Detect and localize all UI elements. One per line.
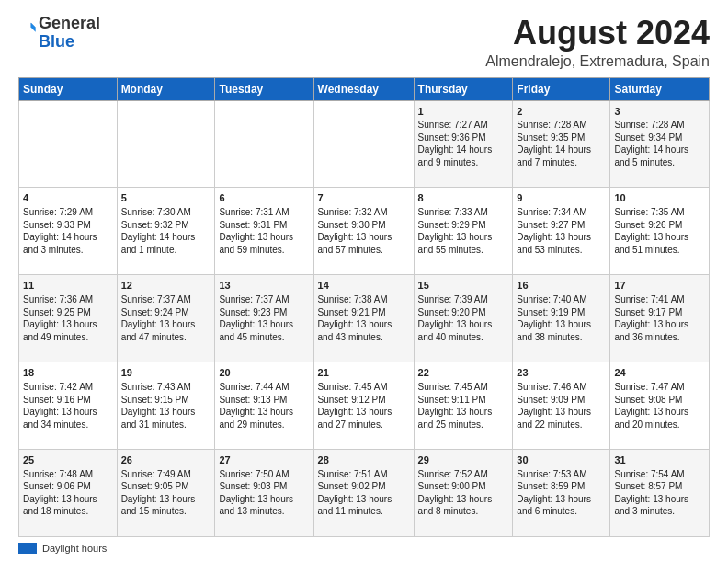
day-number: 17 [614, 279, 705, 293]
calendar-cell: 18Sunrise: 7:42 AMSunset: 9:16 PMDayligh… [19, 362, 118, 450]
subtitle: Almendralejo, Extremadura, Spain [485, 53, 710, 70]
day-number: 12 [121, 279, 211, 293]
calendar-cell: 27Sunrise: 7:50 AMSunset: 9:03 PMDayligh… [215, 450, 313, 537]
day-number: 9 [517, 191, 606, 205]
day-info-line: Sunset: 9:08 PM [614, 394, 705, 407]
day-info-line: and 40 minutes. [418, 331, 509, 344]
day-number: 21 [318, 366, 410, 380]
day-info-line: Daylight: 13 hours [318, 318, 410, 331]
day-info-line: Sunset: 8:57 PM [614, 480, 705, 493]
week-row-3: 11Sunrise: 7:36 AMSunset: 9:25 PMDayligh… [19, 275, 710, 362]
day-info-line: Sunrise: 7:52 AM [418, 468, 509, 481]
footer: Daylight hours [18, 543, 710, 554]
day-info-line: Sunset: 9:33 PM [23, 219, 113, 232]
weekday-header-saturday: Saturday [610, 77, 710, 100]
calendar-cell: 13Sunrise: 7:37 AMSunset: 9:23 PMDayligh… [215, 275, 313, 362]
calendar-table: SundayMondayTuesdayWednesdayThursdayFrid… [18, 77, 710, 537]
weekday-header-wednesday: Wednesday [313, 77, 414, 100]
day-info-line: and 57 minutes. [318, 244, 410, 257]
week-row-4: 18Sunrise: 7:42 AMSunset: 9:16 PMDayligh… [19, 362, 710, 450]
logo-general: General [39, 14, 100, 32]
day-info-line: Daylight: 13 hours [418, 231, 509, 244]
calendar-cell: 2Sunrise: 7:28 AMSunset: 9:35 PMDaylight… [513, 100, 610, 188]
day-info-line: Sunrise: 7:28 AM [614, 119, 705, 132]
day-info-line: Sunrise: 7:44 AM [219, 381, 309, 394]
calendar-cell [117, 100, 215, 188]
calendar-cell [215, 100, 313, 188]
calendar-cell: 23Sunrise: 7:46 AMSunset: 9:09 PMDayligh… [513, 362, 610, 450]
calendar-cell: 17Sunrise: 7:41 AMSunset: 9:17 PMDayligh… [610, 275, 710, 362]
day-info-line: Sunset: 9:27 PM [517, 219, 606, 232]
day-number: 22 [418, 366, 509, 380]
day-info-line: and 27 minutes. [318, 419, 410, 431]
day-number: 23 [517, 366, 606, 380]
header: General Blue August 2024 Almendralejo, E… [18, 15, 710, 70]
day-number: 6 [219, 191, 309, 205]
day-info-line: and 20 minutes. [614, 419, 705, 431]
day-info-line: and 22 minutes. [517, 419, 606, 431]
calendar-cell [19, 100, 118, 188]
logo-icon [20, 21, 39, 40]
day-info-line: Sunrise: 7:43 AM [121, 381, 211, 394]
legend-color-box [18, 543, 37, 554]
calendar-cell: 21Sunrise: 7:45 AMSunset: 9:12 PMDayligh… [313, 362, 414, 450]
day-info-line: Sunrise: 7:42 AM [23, 381, 113, 394]
day-info-line: Sunrise: 7:47 AM [614, 381, 705, 394]
day-info-line: Sunrise: 7:38 AM [318, 293, 410, 306]
day-info-line: Daylight: 13 hours [318, 406, 410, 419]
calendar-cell: 22Sunrise: 7:45 AMSunset: 9:11 PMDayligh… [414, 362, 513, 450]
day-info-line: Daylight: 13 hours [121, 318, 211, 331]
calendar-cell: 10Sunrise: 7:35 AMSunset: 9:26 PMDayligh… [610, 188, 710, 275]
calendar-header: SundayMondayTuesdayWednesdayThursdayFrid… [19, 77, 710, 100]
day-info-line: Sunrise: 7:36 AM [23, 293, 113, 306]
calendar-cell: 11Sunrise: 7:36 AMSunset: 9:25 PMDayligh… [19, 275, 118, 362]
day-info-line: Sunrise: 7:53 AM [517, 468, 606, 481]
weekday-header-thursday: Thursday [414, 77, 513, 100]
weekday-row: SundayMondayTuesdayWednesdayThursdayFrid… [19, 77, 710, 100]
day-info-line: Sunset: 9:02 PM [318, 480, 410, 493]
day-number: 30 [517, 454, 606, 467]
calendar-cell: 16Sunrise: 7:40 AMSunset: 9:19 PMDayligh… [513, 275, 610, 362]
day-info-line: Sunset: 9:26 PM [614, 219, 705, 232]
day-number: 19 [121, 366, 211, 380]
day-info-line: and 53 minutes. [517, 244, 606, 257]
day-info-line: Sunrise: 7:34 AM [517, 206, 606, 219]
day-info-line: Sunrise: 7:28 AM [517, 119, 606, 132]
day-info-line: and 59 minutes. [219, 244, 309, 257]
calendar-cell: 9Sunrise: 7:34 AMSunset: 9:27 PMDaylight… [513, 188, 610, 275]
calendar-cell: 19Sunrise: 7:43 AMSunset: 9:15 PMDayligh… [117, 362, 215, 450]
logo-text: General Blue [39, 15, 100, 52]
day-info-line: Sunset: 8:59 PM [517, 480, 606, 493]
day-info-line: Daylight: 14 hours [23, 231, 113, 244]
day-info-line: Daylight: 13 hours [614, 406, 705, 419]
day-info-line: and 38 minutes. [517, 331, 606, 344]
day-info-line: Daylight: 14 hours [121, 231, 211, 244]
calendar-cell: 14Sunrise: 7:38 AMSunset: 9:21 PMDayligh… [313, 275, 414, 362]
title-block: August 2024 Almendralejo, Extremadura, S… [485, 15, 710, 70]
day-number: 3 [614, 105, 705, 119]
week-row-5: 25Sunrise: 7:48 AMSunset: 9:06 PMDayligh… [19, 450, 710, 537]
day-info-line: Daylight: 13 hours [121, 493, 211, 506]
day-info-line: and 13 minutes. [219, 505, 309, 518]
day-info-line: and 51 minutes. [614, 244, 705, 257]
day-number: 8 [418, 191, 509, 205]
day-info-line: Sunrise: 7:45 AM [318, 381, 410, 394]
day-info-line: Sunset: 9:12 PM [318, 394, 410, 407]
day-info-line: and 6 minutes. [517, 505, 606, 518]
day-number: 26 [121, 454, 211, 467]
day-info-line: Daylight: 13 hours [418, 318, 509, 331]
day-info-line: Sunset: 9:20 PM [418, 306, 509, 319]
day-number: 28 [318, 454, 410, 467]
day-info-line: Sunset: 9:09 PM [517, 394, 606, 407]
week-row-2: 4Sunrise: 7:29 AMSunset: 9:33 PMDaylight… [19, 188, 710, 275]
day-info-line: Sunrise: 7:31 AM [219, 206, 309, 219]
day-info-line: Sunrise: 7:40 AM [517, 293, 606, 306]
day-info-line: Daylight: 13 hours [219, 318, 309, 331]
day-info-line: and 45 minutes. [219, 331, 309, 344]
day-number: 2 [517, 105, 606, 119]
day-info-line: Daylight: 13 hours [23, 318, 113, 331]
day-info-line: Sunrise: 7:51 AM [318, 468, 410, 481]
calendar-cell: 12Sunrise: 7:37 AMSunset: 9:24 PMDayligh… [117, 275, 215, 362]
day-info-line: Sunset: 9:11 PM [418, 394, 509, 407]
day-info-line: Daylight: 13 hours [614, 231, 705, 244]
